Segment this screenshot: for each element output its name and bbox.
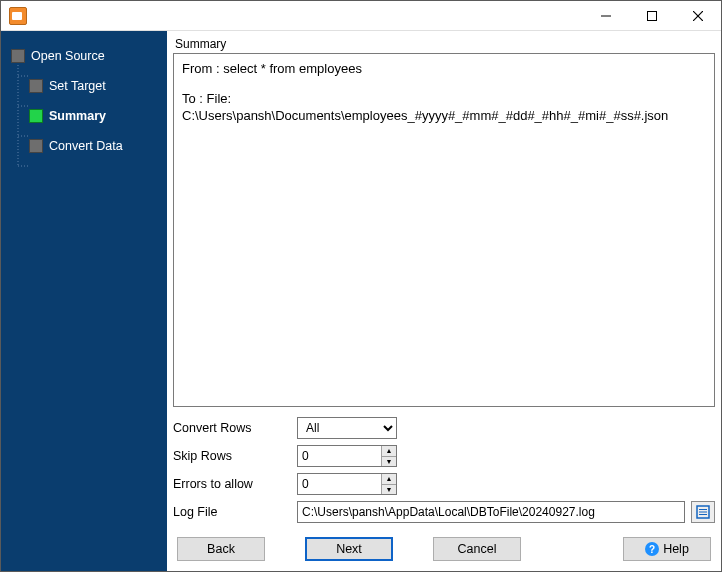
spinner-up-icon[interactable]: ▲ (382, 474, 396, 485)
main-panel: Summary From : select * from employees T… (167, 31, 721, 571)
maximize-icon (647, 11, 657, 21)
errors-label: Errors to allow (173, 477, 293, 491)
help-icon: ? (645, 542, 659, 556)
wizard-sidebar: Open Source Set Target Summary Convert D… (1, 31, 167, 571)
next-button[interactable]: Next (305, 537, 393, 561)
summary-to: To : File: C:\Users\pansh\Documents\empl… (182, 90, 706, 125)
step-box-icon (11, 49, 25, 63)
step-convert-data[interactable]: Convert Data (11, 131, 167, 161)
skip-rows-spinner[interactable]: ▲ ▼ (297, 445, 397, 467)
close-icon (693, 11, 703, 21)
step-box-icon (29, 79, 43, 93)
errors-input[interactable] (298, 474, 381, 494)
minimize-icon (601, 11, 611, 21)
convert-rows-select[interactable]: All (297, 417, 397, 439)
spinner-down-icon[interactable]: ▼ (382, 457, 396, 467)
step-label: Set Target (49, 79, 106, 93)
step-open-source[interactable]: Open Source (11, 41, 167, 71)
logfile-browse-button[interactable] (691, 501, 715, 523)
help-button[interactable]: ? Help (623, 537, 711, 561)
logfile-input[interactable] (297, 501, 685, 523)
cancel-button[interactable]: Cancel (433, 537, 521, 561)
minimize-button[interactable] (583, 1, 629, 31)
step-box-icon (29, 109, 43, 123)
skip-rows-label: Skip Rows (173, 449, 293, 463)
open-file-icon (696, 505, 710, 519)
summary-from: From : select * from employees (182, 60, 706, 78)
step-box-icon (29, 139, 43, 153)
step-summary[interactable]: Summary (11, 101, 167, 131)
maximize-button[interactable] (629, 1, 675, 31)
section-title: Summary (175, 37, 715, 51)
app-window: Open Source Set Target Summary Convert D… (0, 0, 722, 572)
step-set-target[interactable]: Set Target (11, 71, 167, 101)
close-button[interactable] (675, 1, 721, 31)
logfile-label: Log File (173, 505, 293, 519)
app-icon (9, 7, 27, 25)
skip-rows-input[interactable] (298, 446, 381, 466)
step-label: Convert Data (49, 139, 123, 153)
titlebar (1, 1, 721, 31)
step-label: Summary (49, 109, 106, 123)
step-label: Open Source (31, 49, 105, 63)
convert-rows-label: Convert Rows (173, 421, 293, 435)
summary-textarea[interactable]: From : select * from employees To : File… (173, 53, 715, 407)
back-button[interactable]: Back (177, 537, 265, 561)
svg-rect-1 (648, 11, 657, 20)
spinner-down-icon[interactable]: ▼ (382, 485, 396, 495)
errors-spinner[interactable]: ▲ ▼ (297, 473, 397, 495)
spinner-up-icon[interactable]: ▲ (382, 446, 396, 457)
